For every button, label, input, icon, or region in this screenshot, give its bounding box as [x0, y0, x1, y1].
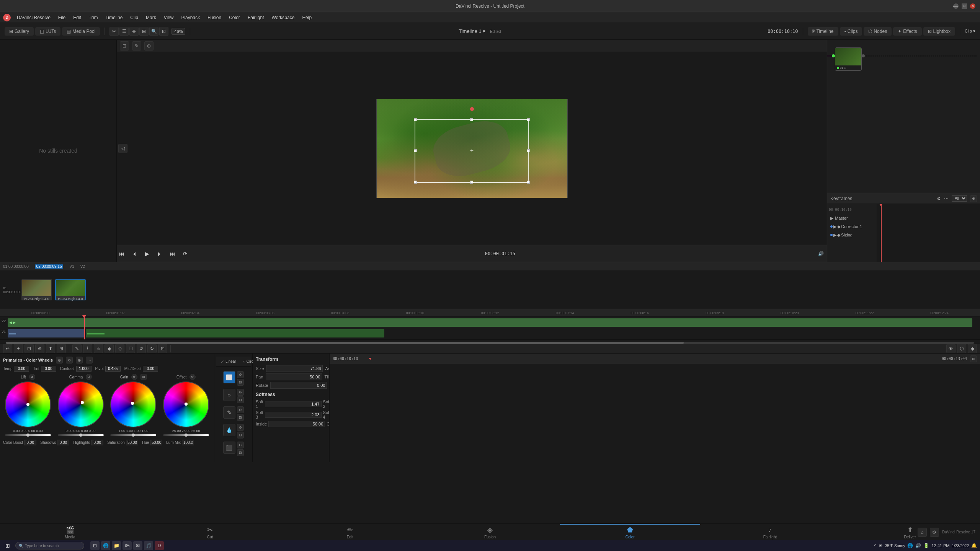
handle-ml[interactable] [414, 149, 417, 152]
shape-square[interactable]: ⬜ [223, 371, 235, 383]
menu-playback[interactable]: Playback [178, 14, 203, 21]
bt-keyframes[interactable]: ◆ [968, 344, 977, 353]
bt-redo[interactable]: ↻ [147, 344, 157, 353]
keyframes-icon-settings[interactable]: ⚙ [937, 196, 941, 201]
shape-ctrl-3[interactable]: ⊙ [237, 389, 244, 396]
viewer-tool-3[interactable]: ⊕ [129, 27, 139, 36]
clock-time[interactable]: 12:41 PM [931, 543, 949, 548]
bt-grid[interactable]: ⊞ [57, 344, 66, 353]
tab-fusion[interactable]: ◈ Fusion [420, 524, 560, 540]
win-app-edge[interactable]: 🌐 [101, 541, 110, 550]
bt-color1[interactable]: ◆ [105, 344, 114, 353]
tab-nodes[interactable]: ⬡ Nodes [864, 27, 892, 36]
shape-ctrl-1[interactable]: ⊙ [237, 371, 244, 378]
maximize-btn[interactable]: □ [962, 3, 967, 9]
vc-btn-3[interactable]: ⊕ [144, 41, 154, 51]
handle-mr[interactable] [527, 149, 530, 152]
shape-ctrl-6[interactable]: ⊡ [237, 414, 244, 421]
win-app-media[interactable]: 🎵 [144, 541, 153, 550]
crop-box[interactable]: + [415, 119, 529, 183]
handle-tl[interactable] [414, 118, 417, 121]
offset-wheel[interactable] [163, 381, 209, 427]
keyframes-filter[interactable]: All [952, 195, 967, 202]
lift-reset[interactable]: ↺ [29, 374, 35, 380]
handle-br[interactable] [527, 181, 530, 184]
viewer-tool-6[interactable]: ⊡ [159, 27, 168, 36]
tab-edit[interactable]: ✏ Edit [280, 524, 420, 540]
menu-file[interactable]: File [55, 14, 69, 21]
saturation-input[interactable] [126, 440, 138, 445]
tab-effects[interactable]: ✦ Effects [893, 27, 921, 36]
tab-clips[interactable]: ▪ Clips [840, 27, 862, 36]
tab-luts[interactable]: ◫ LUTs [35, 27, 60, 36]
volume-icon[interactable]: 🔊 [915, 543, 921, 548]
bt-nodes[interactable]: ⬡ [957, 344, 966, 353]
go-to-end-btn[interactable]: ⏭ [168, 249, 178, 258]
tab-color[interactable]: ⬟ Color [560, 524, 700, 540]
shape-ctrl-8[interactable]: ⊡ [237, 432, 244, 439]
kf-expand-icon[interactable]: ▶ [833, 224, 836, 229]
menu-workspace[interactable]: Workspace [269, 14, 298, 21]
color-panel-icon2[interactable]: ↺ [66, 357, 73, 364]
shape-circle[interactable]: ○ [223, 389, 235, 401]
highlights-input[interactable] [91, 440, 103, 445]
win-app-davinci[interactable]: D [155, 541, 164, 550]
menu-trim[interactable]: Trim [86, 14, 101, 21]
win-app-files[interactable]: 📁 [112, 541, 121, 550]
tint-input[interactable] [41, 366, 56, 372]
temp-input[interactable] [14, 366, 29, 372]
bt-viewer[interactable]: ⊡ [24, 344, 34, 353]
start-button[interactable]: ⊞ [3, 542, 12, 549]
shape-pen[interactable]: ✎ [223, 406, 235, 419]
handle-bm[interactable] [470, 181, 473, 184]
viewer-left-btn[interactable]: ◁ [118, 144, 127, 153]
win-app-task-view[interactable]: ⊡ [90, 541, 100, 550]
color-boost-input[interactable] [24, 440, 36, 445]
menu-davinci-resolve[interactable]: DaVinci Resolve [14, 14, 54, 21]
size-input[interactable] [266, 365, 323, 372]
pan-input[interactable] [266, 373, 322, 380]
color-panel-icon1[interactable]: ⊙ [56, 357, 63, 364]
offset-reset[interactable]: ↺ [189, 374, 196, 380]
go-to-start-btn[interactable]: ⏮ [117, 249, 127, 258]
tab-timeline[interactable]: ⎗ Timeline [808, 27, 838, 36]
gain-slider[interactable] [110, 434, 156, 436]
bt-capture[interactable]: ⊡ [158, 344, 167, 353]
timeline-clip-v2[interactable]: ◀ ▶ [8, 318, 972, 327]
middetail-input[interactable] [143, 366, 158, 372]
shape-square2[interactable]: ⬛ [223, 442, 235, 454]
timeline-dropdown-icon[interactable]: ▾ [483, 28, 485, 34]
bt-add[interactable]: ⊕ [35, 344, 44, 353]
gamma-wheel[interactable] [58, 381, 104, 427]
timeline-clip-v1-2[interactable]: ▬▬▬▬▬ [86, 329, 384, 337]
vc-btn-2[interactable]: ✎ [132, 41, 141, 51]
menu-edit[interactable]: Edit [70, 14, 84, 21]
soft3-input[interactable] [265, 412, 322, 418]
loop-btn[interactable]: ⟳ [181, 249, 190, 258]
lift-slider[interactable] [5, 434, 51, 436]
tab-gallery[interactable]: ⊞ Gallery [5, 27, 34, 36]
handle-tm[interactable] [470, 118, 473, 121]
bt-export[interactable]: ⬆ [46, 344, 55, 353]
bt-color2[interactable]: ◇ [115, 344, 124, 353]
menu-clip[interactable]: Clip [127, 14, 141, 21]
kf-expand-master[interactable]: ▶ [830, 216, 833, 221]
hue-input[interactable] [150, 440, 162, 445]
bt-curves[interactable]: ⌇ [83, 344, 92, 353]
handle-tr[interactable] [527, 118, 530, 121]
rotate-input[interactable] [270, 382, 327, 389]
offset-slider[interactable] [163, 434, 209, 436]
clip-dropdown[interactable]: Clip ▾ [965, 29, 975, 34]
contrast-input[interactable] [76, 366, 91, 372]
color-panel-icon3[interactable]: ⊕ [76, 357, 83, 364]
pivot-input[interactable] [105, 366, 121, 372]
bt-curves2[interactable]: ⌾ [94, 344, 103, 353]
shape-ctrl-5[interactable]: ⊙ [237, 406, 244, 413]
tab-lightbox[interactable]: ⊠ Lightbox [923, 27, 955, 36]
shape-ctrl-7[interactable]: ⊙ [237, 424, 244, 431]
kf-expand-icon-2[interactable]: ▶ [833, 233, 836, 238]
shape-ctrl-2[interactable]: ⊡ [237, 379, 244, 386]
davinci-logo[interactable]: D [3, 14, 11, 21]
menu-fairlight[interactable]: Fairlight [245, 14, 267, 21]
volume-btn[interactable]: 🔊 [818, 251, 824, 256]
